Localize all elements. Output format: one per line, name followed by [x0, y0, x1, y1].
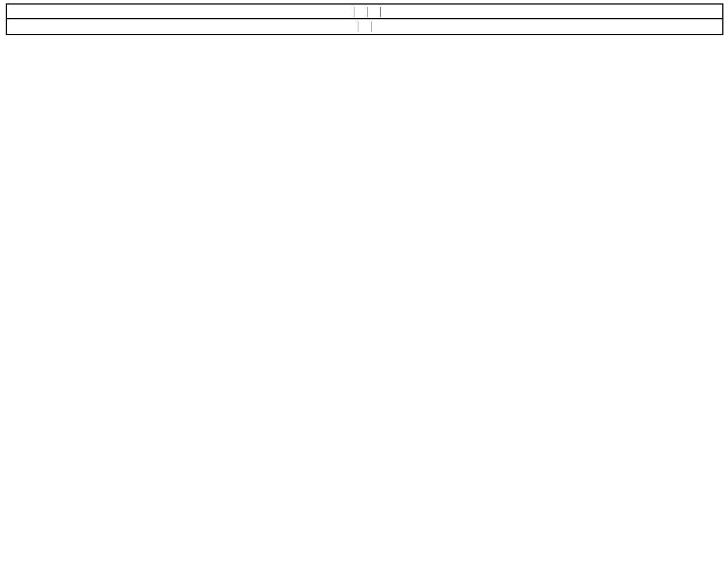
meteogram-svg [0, 0, 728, 582]
meteogram-page [0, 0, 728, 582]
